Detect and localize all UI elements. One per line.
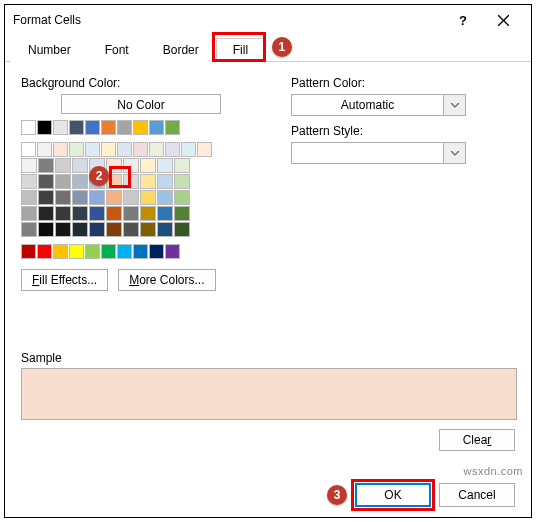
color-swatch[interactable] bbox=[149, 142, 164, 157]
color-swatch[interactable] bbox=[174, 190, 190, 205]
color-swatch[interactable] bbox=[85, 244, 100, 259]
color-swatch[interactable] bbox=[21, 158, 37, 173]
color-swatch[interactable] bbox=[140, 158, 156, 173]
color-swatch[interactable] bbox=[38, 222, 54, 237]
pattern-style-label: Pattern Style: bbox=[291, 124, 515, 138]
color-swatch[interactable] bbox=[89, 190, 105, 205]
color-swatch[interactable] bbox=[38, 190, 54, 205]
color-swatch[interactable] bbox=[21, 206, 37, 221]
cancel-button[interactable]: Cancel bbox=[439, 483, 515, 507]
color-swatch[interactable] bbox=[38, 158, 54, 173]
color-swatch[interactable] bbox=[53, 244, 68, 259]
color-swatch[interactable] bbox=[37, 142, 52, 157]
color-swatch[interactable] bbox=[133, 120, 148, 135]
color-swatch[interactable] bbox=[149, 244, 164, 259]
color-swatch[interactable] bbox=[89, 158, 105, 173]
color-swatch[interactable] bbox=[165, 142, 180, 157]
color-swatch[interactable] bbox=[55, 222, 71, 237]
color-swatch[interactable] bbox=[174, 222, 190, 237]
color-swatch[interactable] bbox=[157, 206, 173, 221]
color-swatch[interactable] bbox=[165, 120, 180, 135]
color-swatch[interactable] bbox=[69, 244, 84, 259]
color-swatch[interactable] bbox=[157, 158, 173, 173]
color-swatch[interactable] bbox=[55, 158, 71, 173]
color-swatch[interactable] bbox=[55, 174, 71, 189]
color-swatch[interactable] bbox=[157, 222, 173, 237]
color-swatch[interactable] bbox=[101, 244, 116, 259]
help-button[interactable]: ? bbox=[443, 6, 483, 34]
color-swatch[interactable] bbox=[21, 244, 36, 259]
color-swatch[interactable] bbox=[140, 222, 156, 237]
tab-font[interactable]: Font bbox=[88, 38, 146, 62]
color-swatch[interactable] bbox=[117, 244, 132, 259]
color-swatch[interactable] bbox=[123, 206, 139, 221]
color-swatch[interactable] bbox=[197, 142, 212, 157]
color-swatch[interactable] bbox=[157, 190, 173, 205]
color-swatch[interactable] bbox=[123, 174, 139, 189]
color-swatch[interactable] bbox=[72, 158, 88, 173]
color-swatch[interactable] bbox=[89, 174, 105, 189]
color-swatch[interactable] bbox=[21, 142, 36, 157]
more-colors-button[interactable]: More Colors... bbox=[118, 269, 215, 291]
pattern-color-dropdown[interactable]: Automatic bbox=[291, 94, 466, 116]
color-swatch[interactable] bbox=[21, 222, 37, 237]
color-swatch[interactable] bbox=[181, 142, 196, 157]
color-swatch[interactable] bbox=[106, 190, 122, 205]
color-swatch[interactable] bbox=[85, 120, 100, 135]
color-swatch[interactable] bbox=[149, 120, 164, 135]
color-swatch[interactable] bbox=[72, 174, 88, 189]
clear-button[interactable]: Clear bbox=[439, 429, 515, 451]
color-swatch[interactable] bbox=[123, 158, 139, 173]
color-swatch[interactable] bbox=[140, 190, 156, 205]
background-color-label: Background Color: bbox=[21, 76, 261, 90]
color-swatch[interactable] bbox=[38, 174, 54, 189]
tab-border[interactable]: Border bbox=[146, 38, 216, 62]
color-swatch[interactable] bbox=[53, 120, 68, 135]
fill-effects-button[interactable]: Fill Effects... bbox=[21, 269, 108, 291]
color-swatch[interactable] bbox=[101, 120, 116, 135]
color-swatch[interactable] bbox=[117, 142, 132, 157]
color-swatch[interactable] bbox=[106, 158, 122, 173]
color-swatch[interactable] bbox=[72, 206, 88, 221]
color-swatch[interactable] bbox=[21, 174, 37, 189]
pattern-style-dropdown[interactable] bbox=[291, 142, 466, 164]
color-swatch[interactable] bbox=[55, 190, 71, 205]
no-color-button[interactable]: No Color bbox=[61, 94, 221, 114]
color-swatch[interactable] bbox=[133, 142, 148, 157]
color-swatch[interactable] bbox=[106, 206, 122, 221]
color-swatch[interactable] bbox=[123, 190, 139, 205]
color-swatch[interactable] bbox=[69, 142, 84, 157]
color-swatch[interactable] bbox=[174, 158, 190, 173]
color-swatch[interactable] bbox=[106, 174, 122, 189]
color-swatch[interactable] bbox=[55, 206, 71, 221]
color-swatch[interactable] bbox=[174, 206, 190, 221]
color-swatch[interactable] bbox=[21, 190, 37, 205]
color-swatch[interactable] bbox=[133, 244, 148, 259]
color-swatch[interactable] bbox=[85, 142, 100, 157]
color-swatch[interactable] bbox=[89, 206, 105, 221]
ok-button[interactable]: OK bbox=[355, 483, 431, 507]
color-swatch[interactable] bbox=[157, 174, 173, 189]
color-swatch[interactable] bbox=[38, 206, 54, 221]
color-swatch[interactable] bbox=[37, 244, 52, 259]
color-swatch[interactable] bbox=[37, 120, 52, 135]
color-swatch[interactable] bbox=[89, 222, 105, 237]
dialog-title: Format Cells bbox=[13, 13, 443, 27]
color-swatch[interactable] bbox=[117, 120, 132, 135]
color-swatch[interactable] bbox=[69, 120, 84, 135]
color-swatch[interactable] bbox=[53, 142, 68, 157]
color-swatch[interactable] bbox=[123, 222, 139, 237]
color-swatch[interactable] bbox=[140, 174, 156, 189]
tab-fill[interactable]: Fill bbox=[216, 38, 265, 62]
color-swatch[interactable] bbox=[72, 222, 88, 237]
color-swatch[interactable] bbox=[72, 190, 88, 205]
color-swatch[interactable] bbox=[140, 206, 156, 221]
tab-number[interactable]: Number bbox=[11, 38, 88, 62]
color-swatch[interactable] bbox=[174, 174, 190, 189]
color-swatch[interactable] bbox=[101, 142, 116, 157]
close-button[interactable] bbox=[483, 6, 523, 34]
color-swatch[interactable] bbox=[165, 244, 180, 259]
watermark: wsxdn.com bbox=[463, 465, 523, 477]
color-swatch[interactable] bbox=[21, 120, 36, 135]
color-swatch[interactable] bbox=[106, 222, 122, 237]
